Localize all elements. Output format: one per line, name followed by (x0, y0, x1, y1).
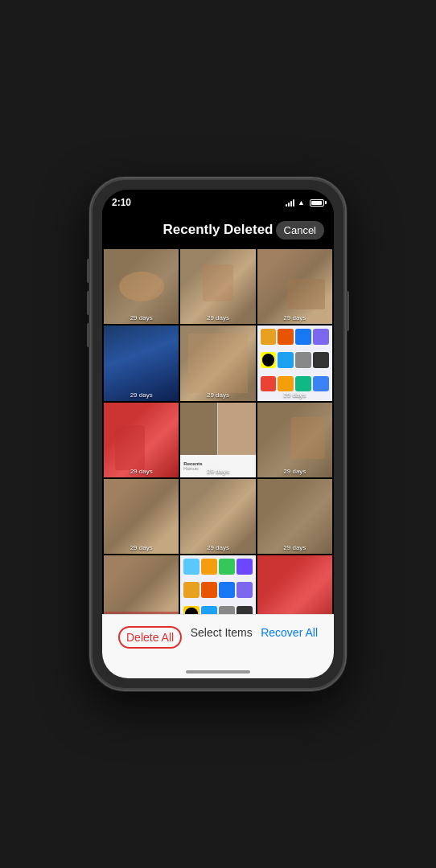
photo-cell[interactable]: 29 days (180, 555, 255, 614)
photo-cell[interactable]: 29 days (180, 326, 255, 400)
days-label: 29 days (104, 468, 179, 475)
signal-icon (286, 199, 294, 207)
photo-grid: 29 days 29 days 29 days (102, 248, 334, 614)
days-label: 29 days (104, 314, 179, 321)
photo-cell[interactable]: 29 days (257, 249, 332, 324)
days-label: 29 days (257, 391, 332, 399)
photo-cell[interactable]: 29 days (180, 249, 255, 324)
header: Recently Deleted Cancel (102, 212, 334, 248)
delete-all-button[interactable]: Delete All (118, 626, 182, 649)
status-icons: ▲ (286, 199, 324, 207)
photo-cell[interactable]: 29 days (257, 555, 332, 614)
days-label: 29 days (104, 544, 179, 551)
photo-cell[interactable]: 29 days (104, 326, 179, 400)
phone-screen: 2:10 ▲ Recently Deleted Cancel (102, 190, 334, 678)
days-label: 29 days (180, 314, 255, 321)
photo-cell[interactable]: 29 days (257, 326, 332, 400)
home-indicator[interactable] (186, 670, 250, 674)
days-label: 29 days (180, 544, 255, 551)
photo-cell[interactable]: 29 days (180, 479, 255, 554)
battery-icon (310, 199, 324, 207)
bottom-toolbar: Delete All Select Items Recover All (102, 614, 334, 678)
photo-cell-highlighted[interactable]: Recents Haircuts 29 days (180, 403, 255, 477)
photo-cell[interactable]: 29 days (257, 403, 332, 477)
photo-cell[interactable]: 29 days (104, 403, 179, 477)
select-items-button[interactable]: Select Items (191, 626, 253, 639)
page-title: Recently Deleted (163, 222, 274, 238)
wifi-icon: ▲ (298, 199, 305, 207)
days-label: 29 days (180, 391, 255, 399)
status-bar: 2:10 ▲ (102, 190, 334, 212)
days-label: 29 days (104, 391, 179, 399)
days-label: 29 days (257, 544, 332, 551)
photo-cell[interactable]: 29 days (257, 479, 332, 554)
days-label: 29 days (180, 468, 255, 475)
phone-frame: 2:10 ▲ Recently Deleted Cancel (89, 177, 347, 691)
days-label: 29 days (257, 314, 332, 321)
status-time: 2:10 (112, 197, 131, 208)
photo-grid-area: 29 days 29 days 29 days (102, 248, 334, 614)
cancel-button[interactable]: Cancel (276, 221, 324, 240)
photo-cell[interactable]: 29 days (104, 479, 179, 554)
days-label: 29 days (257, 468, 332, 475)
photo-cell[interactable]: 29 days (104, 249, 179, 324)
photo-cell[interactable]: 29 days (104, 555, 179, 614)
recover-all-button[interactable]: Recover All (261, 626, 318, 639)
